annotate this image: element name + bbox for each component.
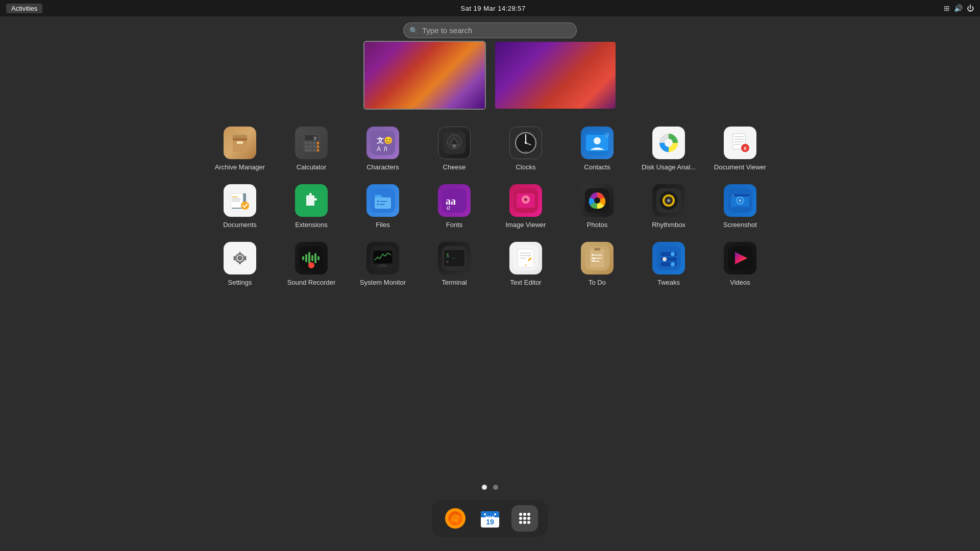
app-document-viewer[interactable]: e Document Viewer <box>707 122 773 175</box>
svg-point-141 <box>671 262 675 266</box>
network-icon: ⊞ <box>944 4 950 12</box>
app-todo[interactable]: To Do <box>564 238 630 290</box>
svg-rect-57 <box>232 198 241 199</box>
screenshot-icon <box>724 184 756 217</box>
app-archive-manager[interactable]: Archive Manager <box>207 122 273 175</box>
dock: MAR 19 <box>432 500 548 537</box>
svg-rect-64 <box>380 201 387 202</box>
svg-text:@: @ <box>604 132 609 138</box>
svg-point-75 <box>526 198 527 199</box>
svg-point-159 <box>523 517 526 520</box>
svg-point-59 <box>241 202 249 210</box>
svg-point-88 <box>739 199 742 202</box>
app-cheese[interactable]: Cheese <box>421 122 487 175</box>
svg-rect-2 <box>237 141 243 144</box>
svg-rect-20 <box>317 149 319 152</box>
svg-text:😊: 😊 <box>384 136 393 145</box>
svg-text:a: a <box>447 204 450 211</box>
app-characters[interactable]: 文 😊 A ñ Characters <box>350 122 416 175</box>
clocks-icon: 12 <box>509 127 542 159</box>
search-input[interactable] <box>403 22 577 38</box>
sound-recorder-icon <box>295 242 328 274</box>
page-dot-1[interactable] <box>482 485 487 490</box>
svg-rect-107 <box>314 253 316 263</box>
cheese-label: Cheese <box>443 163 466 171</box>
svg-point-90 <box>732 195 734 196</box>
app-photos[interactable]: Photos <box>564 180 630 233</box>
clock-display: Sat 19 Mar 14:28:57 <box>460 5 525 12</box>
svg-point-35 <box>525 142 527 144</box>
app-fonts[interactable]: aa a Fonts <box>421 180 487 233</box>
app-image-viewer[interactable]: Image Viewer <box>493 180 559 233</box>
app-files[interactable]: Files <box>350 180 416 233</box>
todo-label: To Do <box>589 279 606 286</box>
photos-label: Photos <box>587 221 607 229</box>
contacts-label: Contacts <box>584 163 610 171</box>
svg-text:ñ: ñ <box>384 145 387 153</box>
app-screenshot[interactable]: Screenshot <box>707 180 773 233</box>
document-viewer-icon: e <box>724 127 756 159</box>
svg-point-39 <box>594 137 601 144</box>
documents-label: Documents <box>223 221 257 229</box>
svg-text:0: 0 <box>314 136 316 141</box>
documents-icon <box>224 184 256 217</box>
settings-icon <box>224 242 256 274</box>
app-sound-recorder[interactable]: Sound Recorder <box>278 238 345 290</box>
image-viewer-label: Image Viewer <box>505 221 546 229</box>
dock-calendar[interactable]: MAR 19 <box>477 505 503 532</box>
contacts-icon: @ <box>581 127 614 159</box>
svg-rect-129 <box>594 248 600 251</box>
svg-rect-134 <box>592 257 593 259</box>
svg-point-43 <box>665 139 673 147</box>
page-indicator <box>482 485 498 490</box>
svg-point-156 <box>523 513 526 516</box>
svg-point-153 <box>484 513 486 515</box>
svg-rect-10 <box>305 142 308 144</box>
app-documents[interactable]: Documents <box>207 180 273 233</box>
app-system-monitor[interactable]: System Monitor <box>350 238 416 290</box>
system-monitor-label: System Monitor <box>360 279 406 286</box>
svg-text:12: 12 <box>524 151 528 154</box>
image-viewer-icon <box>509 184 542 217</box>
characters-label: Characters <box>366 163 399 171</box>
page-dot-2[interactable] <box>493 485 498 490</box>
app-extensions[interactable]: Extensions <box>278 180 345 233</box>
terminal-icon: $ _ > <box>438 242 471 274</box>
svg-point-83 <box>668 200 670 202</box>
search-container: 🔍 <box>403 22 577 38</box>
app-tweaks[interactable]: Tweaks <box>635 238 702 290</box>
app-text-editor[interactable]: Text Editor <box>493 238 559 290</box>
app-clocks[interactable]: 12 Clocks <box>493 122 559 175</box>
workspace-2[interactable] <box>494 41 617 110</box>
app-rhythmbox[interactable]: Rhythmbox <box>635 180 702 233</box>
app-settings[interactable]: Settings <box>207 238 273 290</box>
app-calculator[interactable]: 0 Calculator <box>278 122 345 175</box>
workspace-switcher <box>363 41 617 110</box>
svg-point-157 <box>527 513 530 516</box>
dock-app-grid[interactable] <box>511 505 538 532</box>
svg-point-139 <box>663 257 667 261</box>
workspace-1[interactable] <box>363 41 486 110</box>
app-disk-usage[interactable]: Disk Usage Anal... <box>635 122 702 175</box>
svg-rect-65 <box>377 204 379 205</box>
app-terminal[interactable]: $ _ > Terminal <box>421 238 487 290</box>
videos-icon <box>724 242 756 274</box>
dock-firefox[interactable] <box>442 505 469 532</box>
power-icon: ⏻ <box>967 4 974 12</box>
svg-rect-103 <box>302 256 304 260</box>
svg-text:文: 文 <box>377 136 384 144</box>
extensions-icon <box>295 184 328 217</box>
characters-icon: 文 😊 A ñ <box>366 127 399 159</box>
svg-rect-114 <box>380 264 386 266</box>
rhythmbox-icon <box>652 184 685 217</box>
tweaks-icon <box>652 242 685 274</box>
app-videos[interactable]: Videos <box>707 238 773 290</box>
tweaks-label: Tweaks <box>657 279 680 286</box>
clocks-label: Clocks <box>516 163 535 171</box>
app-contacts[interactable]: @ Contacts <box>564 122 630 175</box>
activities-button[interactable]: Activities <box>6 4 42 13</box>
svg-rect-66 <box>380 204 385 205</box>
svg-point-155 <box>519 513 522 516</box>
files-icon <box>366 184 399 217</box>
fonts-icon: aa a <box>438 184 471 217</box>
